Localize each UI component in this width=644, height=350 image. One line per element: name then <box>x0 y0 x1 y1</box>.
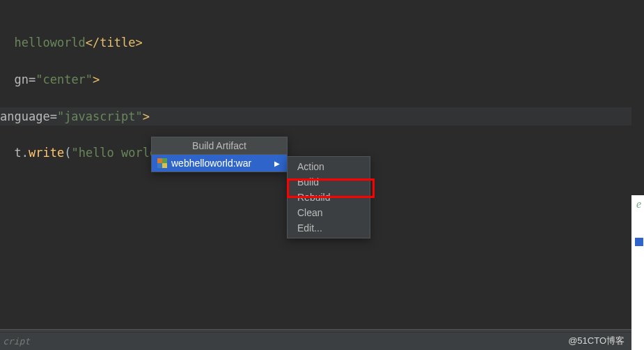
artifact-label: webhelloworld:war <box>171 158 251 169</box>
submenu-build[interactable]: Build <box>288 174 370 190</box>
code-value: "javascript" <box>57 109 143 123</box>
submenu-rebuild[interactable]: Rebuild <box>288 190 370 205</box>
svg-rect-3 <box>162 163 167 168</box>
code-attr: anguage= <box>0 109 57 123</box>
code-punc: > <box>143 109 150 123</box>
code-value: "center" <box>36 73 93 86</box>
artifact-icon <box>157 158 167 168</box>
popup-title: Build Artifact <box>152 137 287 155</box>
code-text: helloworld <box>14 36 85 50</box>
watermark-text: @51CTO博客 <box>568 335 625 347</box>
gutter-chip <box>634 237 644 247</box>
submenu-action[interactable]: Action <box>288 159 370 174</box>
code-attr: gn= <box>14 73 36 86</box>
code-string: "hello world" <box>71 146 164 160</box>
code-method: write <box>29 146 64 160</box>
artifact-action-submenu: Action Build Rebuild Clean Edit... <box>287 156 370 238</box>
code-tag: </title> <box>86 36 143 50</box>
submenu-clean[interactable]: Clean <box>288 205 370 220</box>
submenu-edit[interactable]: Edit... <box>288 220 370 236</box>
status-bar: cript <box>0 332 644 350</box>
right-gutter: e <box>631 0 644 350</box>
svg-rect-2 <box>157 163 162 168</box>
gutter-letter-e: e <box>636 198 641 211</box>
build-artifact-popup: Build Artifact webhelloworld:war ▶ <box>151 137 288 172</box>
svg-rect-0 <box>157 158 162 163</box>
svg-rect-1 <box>162 158 167 163</box>
code-object: t <box>14 146 21 160</box>
code-punc: > <box>93 73 100 86</box>
submenu-arrow-icon: ▶ <box>274 160 280 167</box>
status-text: cript <box>3 336 30 347</box>
artifact-item-webhelloworld[interactable]: webhelloworld:war ▶ <box>152 155 287 172</box>
